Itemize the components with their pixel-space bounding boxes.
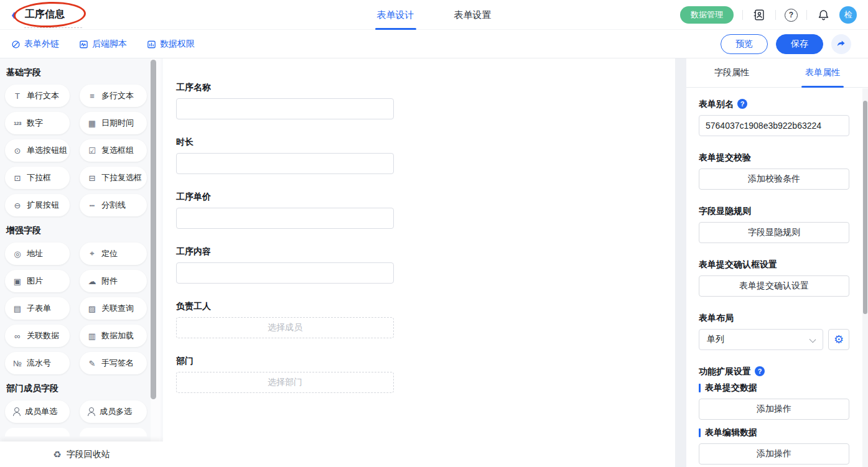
pill-label: 日期时间: [101, 118, 134, 129]
field-button-dropdown[interactable]: ⊡下拉框: [5, 167, 70, 189]
form-field-worker[interactable]: 负责工人 选择成员: [176, 300, 394, 338]
field-input-content[interactable]: [176, 262, 394, 284]
help-icon[interactable]: ?: [785, 9, 798, 22]
field-input-duration[interactable]: [176, 153, 394, 174]
form-field-content[interactable]: 工序内容: [176, 245, 394, 284]
calendar-icon: ▦: [86, 119, 98, 128]
help-icon[interactable]: ?: [755, 366, 765, 376]
multi-line-text-icon: ≡: [86, 91, 98, 101]
contacts-icon[interactable]: [752, 7, 767, 22]
blue-bar: [699, 428, 701, 437]
label-text: 表单别名: [699, 98, 734, 110]
pill-label: 多行文本: [101, 90, 134, 101]
toolbar-links: 表单外链 后端脚本 数据权限: [11, 30, 195, 58]
tab-form-design[interactable]: 表单设计: [377, 0, 414, 30]
field-button-member-multi[interactable]: 成员多选: [80, 400, 147, 423]
divider-icon: ┅: [86, 201, 98, 210]
persons-icon: [86, 407, 96, 416]
field-button-data-load[interactable]: ▥数据加载: [80, 325, 147, 347]
field-button-dropdown-multi[interactable]: ⊟下拉复选框: [80, 167, 147, 189]
form-field-department[interactable]: 部门 选择部门: [176, 354, 394, 393]
field-label: 负责工人: [176, 300, 394, 312]
edit-data-subheader: 表单编辑数据: [699, 427, 849, 438]
form-layout-label: 表单布局: [699, 312, 849, 324]
pill-label: 图片: [27, 275, 43, 287]
field-button-radio-group[interactable]: ⊙单选按钮组: [5, 139, 70, 162]
crosshair-icon: ⌖: [86, 249, 98, 259]
bar-chart-icon: ▥: [86, 331, 98, 341]
field-button-positioning[interactable]: ⌖定位: [80, 243, 147, 265]
pill-label: 单选按钮组: [27, 145, 67, 156]
extension-settings-label: 功能扩展设置 ?: [699, 365, 849, 377]
preview-button[interactable]: 预览: [721, 34, 768, 54]
data-manage-button[interactable]: 数据管理: [680, 6, 734, 24]
pill-label: 手写签名: [101, 358, 134, 369]
section-title-members: 部门成员字段: [6, 383, 163, 394]
field-button-single-line-text[interactable]: T单行文本: [5, 85, 70, 107]
form-alias-input[interactable]: [699, 115, 849, 136]
submit-confirm-button[interactable]: 表单提交确认设置: [699, 275, 849, 297]
member-picker[interactable]: 选择成员: [176, 317, 394, 338]
field-recycle-bin[interactable]: ♻ 字段回收站: [0, 442, 163, 467]
field-visibility-button[interactable]: 字段显隐规则: [699, 222, 849, 243]
add-validation-button[interactable]: 添加校验条件: [699, 169, 849, 190]
avatar[interactable]: 检: [839, 6, 857, 24]
pill-label: 定位: [101, 248, 118, 259]
properties-scrollbar[interactable]: [863, 101, 867, 314]
pill-label: 子表单: [27, 303, 51, 314]
field-button-related-data[interactable]: ∞关联数据: [5, 325, 70, 347]
field-button-address[interactable]: ◎地址: [5, 243, 70, 265]
form-field-duration[interactable]: 时长: [176, 136, 394, 174]
department-picker[interactable]: 选择部门: [176, 372, 394, 393]
field-button-datetime[interactable]: ▦日期时间: [80, 112, 147, 134]
bell-icon[interactable]: [816, 7, 831, 22]
field-button-number[interactable]: 123数字: [5, 112, 70, 134]
link-label: 表单外链: [24, 39, 59, 50]
field-button-signature[interactable]: ✎手写签名: [80, 352, 147, 374]
tab-form-properties[interactable]: 表单属性: [777, 58, 868, 87]
field-input-unit-price[interactable]: [176, 208, 394, 229]
field-input-process-name[interactable]: [176, 98, 394, 119]
field-button-checkbox-group[interactable]: ☑复选框组: [80, 139, 147, 162]
data-permission-link[interactable]: 数据权限: [147, 39, 195, 50]
field-button-multi-line-text[interactable]: ≡多行文本: [80, 85, 147, 107]
submit-data-subheader: 表单提交数据: [699, 382, 849, 394]
sidebar-scrollbar[interactable]: [151, 60, 156, 399]
back-icon[interactable]: ‹: [11, 6, 17, 23]
share-button[interactable]: [831, 34, 851, 54]
recycle-icon: ♻: [53, 449, 61, 460]
page-title[interactable]: 工序信息: [25, 8, 65, 21]
section-title-basic: 基础字段: [6, 67, 163, 78]
divider: [775, 10, 776, 20]
properties-scroll-track: [862, 88, 868, 467]
field-button-attachment[interactable]: ☁附件: [80, 270, 147, 292]
backend-script-link[interactable]: 后端脚本: [79, 39, 127, 50]
add-action-button-submit[interactable]: 添加操作: [699, 399, 849, 420]
form-field-unit-price[interactable]: 工序单价: [176, 190, 394, 229]
field-button-extend-button[interactable]: ⊖扩展按钮: [5, 194, 70, 216]
add-action-button-edit[interactable]: 添加操作: [699, 443, 849, 465]
tab-field-properties[interactable]: 字段属性: [686, 58, 777, 87]
layout-select[interactable]: 单列: [699, 329, 823, 350]
form-toolbar: 表单外链 后端脚本 数据权限 预览 保存: [0, 30, 868, 58]
tab-form-settings[interactable]: 表单设置: [454, 0, 492, 30]
field-button-member-single[interactable]: 成员单选: [5, 400, 70, 423]
subform-icon: ▤: [12, 304, 23, 313]
image-icon: ▣: [12, 277, 23, 286]
field-button-subform[interactable]: ▤子表单: [5, 297, 70, 320]
basic-fields-grid: T单行文本 ≡多行文本 123数字 ▦日期时间 ⊙单选按钮组 ☑复选框组 ⊡下拉…: [5, 85, 163, 216]
data-permission-icon: [147, 40, 156, 49]
field-label: 工序单价: [176, 190, 394, 203]
field-button-divider[interactable]: ┅分割线: [80, 194, 147, 216]
field-button-image[interactable]: ▣图片: [5, 270, 70, 292]
divider: [742, 10, 743, 20]
help-icon[interactable]: ?: [737, 99, 747, 109]
field-button-related-query[interactable]: ▨关联查询: [80, 297, 147, 320]
form-external-link[interactable]: 表单外链: [11, 39, 59, 50]
save-button[interactable]: 保存: [776, 34, 823, 54]
layout-settings-button[interactable]: ⚙: [828, 329, 849, 350]
field-button-serial-number[interactable]: №流水号: [5, 352, 70, 374]
member-fields-grid: 成员单选 成员多选: [5, 400, 163, 437]
pill-label: 成员单选: [25, 406, 57, 417]
form-field-process-name[interactable]: 工序名称: [176, 81, 394, 119]
